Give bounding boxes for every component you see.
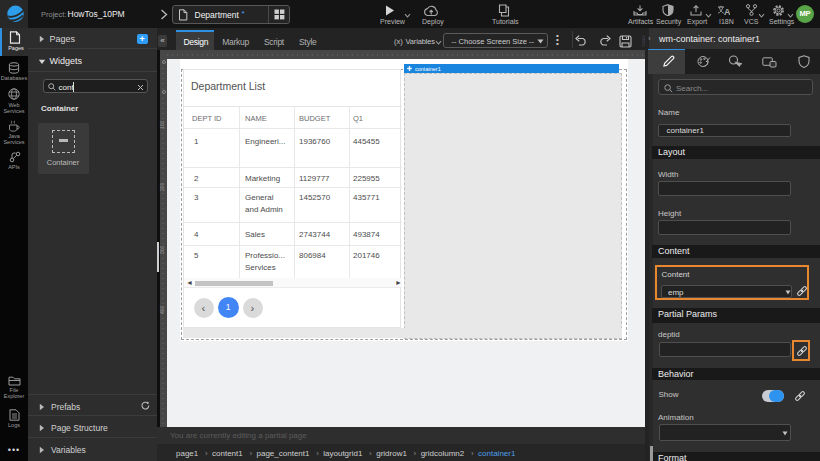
svg-text:A: A: [724, 7, 730, 16]
